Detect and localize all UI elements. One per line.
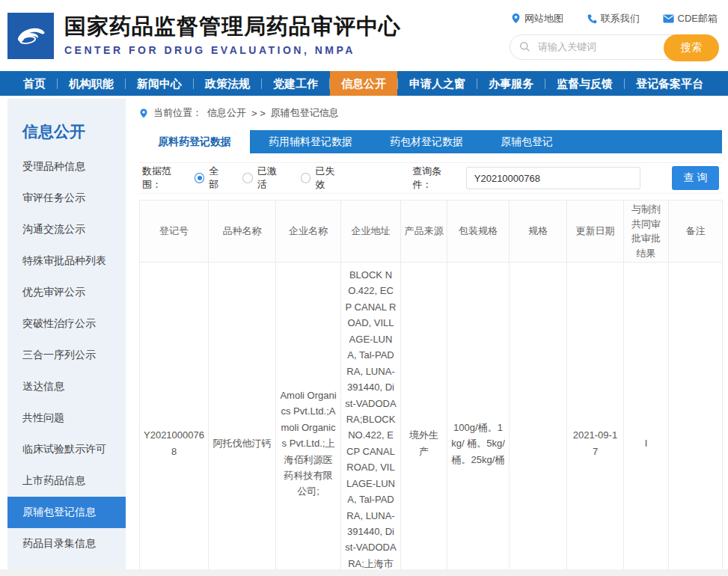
radio-all[interactable]: 全部 [195,165,228,192]
scope-label: 数据范围： [142,165,190,192]
site-title-cn: 国家药品监督管理局药品审评中心 [64,15,401,39]
cell-remark [669,263,723,576]
sitemap-label: 网站地图 [524,12,563,25]
search-icon [519,41,530,52]
tab-packaging-registration[interactable]: 药包材登记数据 [371,130,482,153]
query-label: 查询条件： [412,165,460,192]
col-spec: 规格 [510,200,567,263]
nav-item-services[interactable]: 办事服务 [477,71,545,96]
tab-excipient-registration[interactable]: 药用辅料登记数据 [250,130,371,153]
cde-logo-swirl-icon [12,17,49,55]
sidebar-item-review-tasks[interactable]: 审评任务公示 [7,183,126,214]
sidebar-item-priority-review[interactable]: 优先审评公示 [7,277,126,308]
sidebar-item-special-approval[interactable]: 特殊审批品种列表 [7,245,126,277]
phone-icon [587,13,597,24]
table-header-row: 登记号 品种名称 企业名称 企业地址 产品来源 包装规格 规格 更新日期 与制剂… [140,200,723,263]
site-search: 搜索 [510,34,719,60]
breadcrumb-separator: > > [251,108,266,119]
site-titles: 国家药品监督管理局药品审评中心 CENTER FOR DRUG EVALUATI… [64,15,401,56]
radio-activated-label: 已激活 [257,165,286,192]
sidebar-item-api-excipient-packaging[interactable]: 原辅包登记信息 [7,497,126,528]
breadcrumb-pin-icon [139,108,148,119]
data-tabs: 原料药登记数据 药用辅料登记数据 药包材登记数据 原辅包登记 [139,130,722,153]
contact-label: 联系我们 [601,12,640,25]
breadcrumb: 当前位置： 信息公开 > > 原辅包登记信息 [139,99,722,130]
nav-item-registration-platform[interactable]: 登记备案平台 [625,71,715,96]
contact-link[interactable]: 联系我们 [587,12,640,25]
sitemap-link[interactable]: 网站地图 [511,12,563,25]
radio-expired-label: 已失效 [315,165,343,192]
nav-item-info-disclosure[interactable]: 信息公开 [330,71,397,96]
radio-all-icon[interactable] [195,173,205,183]
sidebar-item-accepted-varieties[interactable]: 受理品种信息 [7,151,126,183]
sidebar-item-communication[interactable]: 沟通交流公示 [7,214,126,245]
breadcrumb-current: 原辅包登记信息 [271,106,339,120]
nav-item-policy[interactable]: 政策法规 [194,71,261,96]
query-input[interactable] [466,167,640,189]
col-company-address: 企业地址 [341,200,401,263]
location-pin-icon [511,13,521,24]
page-bottom-strip [0,569,728,576]
nav-item-party[interactable]: 党建工作 [262,71,329,96]
cell-registration-no: Y20210000768 [140,263,209,576]
cell-update-date: 2021-09-17 [567,263,624,576]
breadcrumb-label: 当前位置： [153,106,202,120]
sidebar-title: 信息公开 [7,121,126,151]
header-right: 网站地图 联系我们 CDE邮箱 搜索 [510,12,721,60]
cell-packaging-spec: 100g/桶。1kg/ 桶。5kg/ 桶。25kg/桶 [447,263,510,576]
cell-variety-name: 阿托伐他汀钙 [209,263,276,576]
radio-expired-icon[interactable] [301,173,311,183]
cde-mail-label: CDE邮箱 [678,12,718,25]
cell-spec [510,263,567,576]
filter-bar: 数据范围： 全部 已激活 已失效 查询条件： 查 询 [139,162,722,194]
col-update-date: 更新日期 [567,200,624,263]
radio-activated[interactable]: 已激活 [242,165,285,192]
tab-api-excipient-pkg[interactable]: 原辅包登记 [482,130,572,153]
table-row: Y20210000768 阿托伐他汀钙 Amoli Organics Pvt.L… [140,263,723,576]
sidebar-item-drug-catalog[interactable]: 药品目录集信息 [7,528,126,560]
cell-joint-review-result: I [624,263,669,576]
main-panel: 当前位置： 信息公开 > > 原辅包登记信息 原料药登记数据 药用辅料登记数据 … [139,99,722,576]
radio-activated-icon[interactable] [242,173,253,183]
col-registration-no: 登记号 [140,200,209,263]
col-variety-name: 品种名称 [209,200,276,263]
nav-item-functions[interactable]: 机构职能 [58,71,125,96]
cde-logo [7,13,54,59]
site-header: 国家药品监督管理局药品审评中心 CENTER FOR DRUG EVALUATI… [0,0,728,71]
quick-links: 网站地图 联系我们 CDE邮箱 [511,12,718,25]
nav-item-news[interactable]: 新闻中心 [126,71,193,96]
nav-item-applicant[interactable]: 申请人之窗 [398,71,477,96]
col-remark: 备注 [669,200,723,263]
breadcrumb-section[interactable]: 信息公开 [207,106,246,120]
col-joint-review-result: 与制剂共同审批审批结果 [624,200,669,263]
sidebar: 信息公开 受理品种信息 审评任务公示 沟通交流公示 特殊审批品种列表 优先审评公… [7,99,126,576]
sidebar-item-delivery-info[interactable]: 送达信息 [7,371,126,402]
query-button[interactable]: 查 询 [672,166,719,190]
content-area: 信息公开 受理品种信息 审评任务公示 沟通交流公示 特殊审批品种列表 优先审评公… [0,96,728,576]
cde-mail-link[interactable]: CDE邮箱 [663,12,718,25]
radio-expired[interactable]: 已失效 [301,165,343,192]
sidebar-item-marketed-drugs[interactable]: 上市药品信息 [7,465,126,497]
search-button[interactable]: 搜索 [664,34,719,61]
envelope-icon [663,14,674,23]
sidebar-item-clinical-trial-default[interactable]: 临床试验默示许可 [7,434,126,465]
nav-item-supervision[interactable]: 监督与反馈 [545,71,624,96]
search-input[interactable] [536,40,656,53]
col-company-name: 企业名称 [276,200,341,263]
main-nav: 首页 机构职能 新闻中心 政策法规 党建工作 信息公开 申请人之窗 办事服务 监… [0,71,728,96]
sidebar-item-common-issues[interactable]: 共性问题 [7,402,126,434]
sidebar-item-breakthrough-therapy[interactable]: 突破性治疗公示 [7,308,126,340]
registration-table: 登记号 品种名称 企业名称 企业地址 产品来源 包装规格 规格 更新日期 与制剂… [139,200,723,576]
cell-company-address: BLOCK NO.422, ECP CANAL ROAD, VILLAGE-LU… [341,263,401,576]
tab-api-registration[interactable]: 原料药登记数据 [139,130,250,153]
cell-company-name: Amoli Organics Pvt.Ltd.;Amoli Organics P… [276,263,341,576]
site-title-en: CENTER FOR DRUG EVALUATION, NMPA [64,44,401,56]
col-product-source: 产品来源 [401,200,447,263]
radio-all-label: 全部 [209,165,227,192]
col-packaging-spec: 包装规格 [447,200,510,263]
nav-item-home[interactable]: 首页 [12,71,57,96]
cell-product-source: 境外生产 [401,263,447,576]
sidebar-item-three-in-one[interactable]: 三合一序列公示 [7,340,126,371]
scope-radio-group: 全部 已激活 已失效 [195,165,344,192]
